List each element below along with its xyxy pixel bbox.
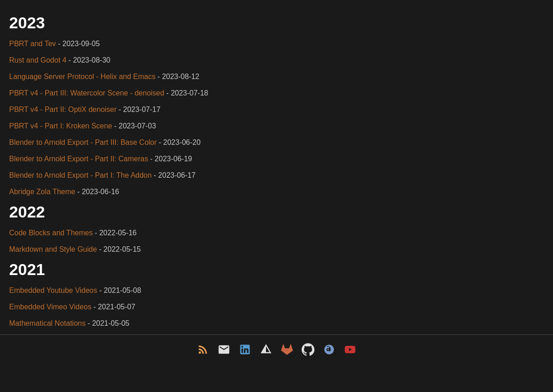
post-date: - 2023-08-30 (66, 56, 110, 64)
github-icon[interactable] (301, 342, 315, 357)
year-section-2023: 2023PBRT and Tev - 2023-09-05Rust and Go… (9, 14, 544, 197)
year-section-2021: 2021Embedded Youtube Videos - 2021-05-08… (9, 260, 544, 329)
list-item: Abridge Zola Theme - 2023-06-16 (9, 186, 544, 197)
year-heading-2023: 2023 (9, 14, 544, 32)
post-link[interactable]: Blender to Arnold Export - Part II: Came… (9, 155, 148, 163)
post-link[interactable]: Language Server Protocol - Helix and Ema… (9, 73, 155, 80)
year-heading-2021: 2021 (9, 260, 544, 279)
list-item: Mathematical Notations - 2021-05-05 (9, 318, 544, 329)
gitea-icon[interactable] (322, 342, 336, 357)
email-icon[interactable] (217, 342, 231, 357)
list-item: PBRT v4 - Part III: Watercolor Scene - d… (9, 88, 544, 99)
list-item: Blender to Arnold Export - Part I: The A… (9, 170, 544, 181)
post-link[interactable]: Embedded Vimeo Videos (9, 303, 91, 311)
year-section-2022: 2022Code Blocks and Themes - 2022-05-16M… (9, 203, 544, 255)
list-item: Blender to Arnold Export - Part III: Bas… (9, 137, 544, 148)
post-link[interactable]: Markdown and Style Guide (9, 245, 97, 253)
youtube-icon[interactable] (343, 342, 357, 357)
list-item: Blender to Arnold Export - Part II: Came… (9, 154, 544, 164)
post-date: - 2021-05-08 (97, 286, 141, 294)
post-link[interactable]: Rust and Godot 4 (9, 56, 66, 64)
post-date: - 2022-05-15 (97, 245, 141, 253)
post-date: - 2023-07-17 (117, 106, 160, 113)
post-link[interactable]: PBRT and Tev (9, 40, 56, 48)
post-date: - 2023-06-19 (148, 155, 192, 163)
post-date: - 2022-05-16 (93, 229, 137, 237)
rss-icon[interactable] (196, 342, 210, 357)
post-link[interactable]: PBRT v4 - Part III: Watercolor Scene - d… (9, 89, 164, 97)
list-item: Rust and Godot 4 - 2023-08-30 (9, 55, 544, 66)
post-date: - 2021-05-07 (91, 303, 135, 311)
post-date: - 2021-05-05 (85, 319, 129, 327)
post-date: - 2023-07-03 (112, 122, 156, 130)
gitlab-icon[interactable] (280, 342, 294, 357)
codeberg-icon[interactable] (259, 342, 273, 357)
list-item: PBRT and Tev - 2023-09-05 (9, 38, 544, 49)
main-content: 2023PBRT and Tev - 2023-09-05Rust and Go… (0, 0, 553, 329)
list-item: Code Blocks and Themes - 2022-05-16 (9, 228, 544, 238)
post-date: - 2023-06-16 (75, 188, 119, 196)
list-item: PBRT v4 - Part II: OptiX denoiser - 2023… (9, 104, 544, 115)
post-date: - 2023-06-20 (157, 138, 201, 146)
post-link[interactable]: Abridge Zola Theme (9, 188, 75, 196)
post-date: - 2023-09-05 (56, 40, 100, 48)
list-item: Embedded Youtube Videos - 2021-05-08 (9, 285, 544, 296)
post-link[interactable]: Blender to Arnold Export - Part I: The A… (9, 171, 152, 179)
footer (0, 335, 553, 366)
post-link[interactable]: Embedded Youtube Videos (9, 286, 97, 294)
post-date: - 2023-08-12 (155, 73, 199, 80)
post-link[interactable]: Mathematical Notations (9, 319, 85, 327)
post-date: - 2023-07-18 (164, 89, 208, 97)
post-link[interactable]: PBRT v4 - Part II: OptiX denoiser (9, 106, 117, 113)
post-link[interactable]: PBRT v4 - Part I: Kroken Scene (9, 122, 112, 130)
list-item: Markdown and Style Guide - 2022-05-15 (9, 244, 544, 255)
list-item: PBRT v4 - Part I: Kroken Scene - 2023-07… (9, 121, 544, 132)
linkedin-icon[interactable] (238, 342, 252, 357)
post-link[interactable]: Blender to Arnold Export - Part III: Bas… (9, 138, 157, 146)
post-link[interactable]: Code Blocks and Themes (9, 229, 93, 237)
list-item: Language Server Protocol - Helix and Ema… (9, 71, 544, 82)
post-date: - 2023-06-17 (152, 171, 196, 179)
list-item: Embedded Vimeo Videos - 2021-05-07 (9, 302, 544, 313)
year-heading-2022: 2022 (9, 203, 544, 221)
